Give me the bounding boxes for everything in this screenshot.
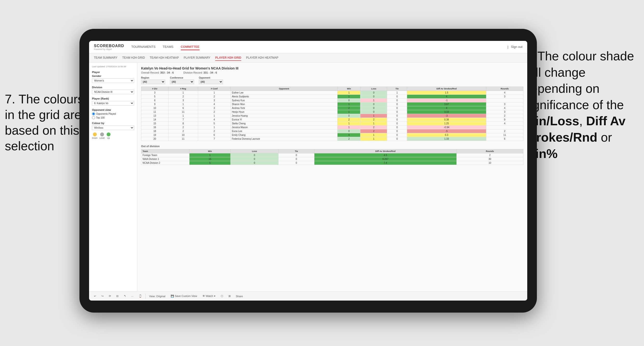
table-cell: 0 (360, 110, 387, 114)
filter-conference-select[interactable]: (All) (170, 80, 194, 84)
filter-conference-label: Conference (170, 76, 194, 79)
subnav-player-h2h-heatmap[interactable]: PLAYER H2H HEATMAP (246, 55, 278, 61)
table-cell: 0 (338, 129, 360, 133)
table-cell: 0 (387, 118, 407, 122)
nav-committee[interactable]: COMMITTEE (181, 44, 200, 50)
filter-row: Region (All) Conference (All) Opponent (141, 76, 524, 84)
table-cell: Andrea York (230, 106, 338, 110)
table-cell: 1 (338, 95, 360, 99)
opponent-view-section: Opponent view Opponents Played Top 100 (92, 108, 134, 119)
subnav-team-h2h-heatmap[interactable]: TEAM H2H HEATMAP (150, 55, 179, 61)
player-rank-select[interactable]: 8. Katelyn Vo (92, 101, 134, 106)
filter-group-region: Region (All) (141, 76, 165, 84)
out-of-division-table: Team Win Loss Tie Diff Av Strokes/Rnd Ro… (141, 149, 524, 165)
nav-teams[interactable]: TEAMS (163, 44, 174, 50)
sign-out-link[interactable]: Sign out (511, 44, 522, 50)
grid-title: Katelyn Vo Head-to-Head Grid for Women's… (141, 66, 524, 70)
annotation-right: 8. The colour shade will change dependin… (524, 48, 639, 162)
table-cell: Alexis Sudjianto (230, 95, 338, 99)
colour-by-select[interactable]: Win/loss (92, 126, 134, 130)
table-cell: 7 (198, 137, 230, 141)
subnav-team-h2h-grid[interactable]: TEAM H2H GRID (122, 55, 145, 61)
ood-table-cell: 0 (230, 157, 278, 161)
table-cell: 1 (360, 137, 387, 141)
division-label: Division (92, 86, 134, 89)
undo-button[interactable]: ↩ (92, 294, 98, 298)
table-row: 19106Emily Chang4100.311 (141, 133, 524, 137)
table-cell: 0 (338, 114, 360, 118)
filter-opponent-select[interactable]: (All) (199, 80, 223, 84)
table-cell: 0 (387, 114, 407, 118)
share-button[interactable]: Share (234, 294, 245, 298)
ood-table-cell: 4.5 (314, 154, 456, 157)
ood-table-cell: 0 (278, 157, 314, 161)
table-row: 1585Stella Cheng1101.254 (141, 122, 524, 126)
ood-table-cell: 5 (190, 161, 231, 165)
table-cell: 2 (486, 114, 523, 118)
radio-top100[interactable]: Top 100 (92, 116, 134, 119)
opponent-view-label: Opponent view (92, 108, 134, 111)
table-cell: 4 (407, 106, 486, 110)
view-original-button[interactable]: View: Original (147, 294, 167, 298)
redo-button[interactable]: ↪ (100, 294, 106, 298)
legend-down: Down (92, 133, 98, 139)
table-cell: 0 (387, 95, 407, 99)
table-cell: 13 (141, 114, 168, 118)
player-section-title: Player (92, 71, 134, 74)
player-rank-label: Player (Rank) (92, 97, 134, 100)
table-cell: 2 (486, 129, 523, 133)
nav-right: ǀ Sign out (508, 44, 522, 50)
save-custom-view-button[interactable]: 💾 Save Custom View (169, 294, 199, 298)
hex-button[interactable]: ⬡ (219, 294, 225, 298)
table-cell: 9 (486, 118, 523, 122)
table-cell: 2 (338, 106, 360, 110)
table-cell: 2 (168, 129, 198, 133)
division-record: Division Record: 331 - 34 - 6 (184, 71, 217, 74)
table-cell: 4 (486, 106, 523, 110)
table-cell: 1 (338, 91, 360, 95)
col-conf: # Conf (198, 87, 230, 91)
colour-by-section: Colour by Win/loss (92, 122, 134, 130)
table-cell: 0 (338, 99, 360, 102)
watch-button[interactable]: 👁 Watch ▾ (200, 294, 218, 298)
table-cell: 1.33 (407, 137, 486, 141)
table-cell: 2 (198, 129, 230, 133)
table-cell: 3.33 (407, 110, 486, 114)
ood-col-team: Team (141, 149, 190, 154)
table-cell: 6 (198, 133, 230, 137)
gender-section: Gender Women's (92, 75, 134, 83)
grid-button[interactable]: ⊞ (226, 294, 232, 298)
table-cell: Sharon Mun (230, 102, 338, 106)
last-updated: Last Updated: 27/03/2024 16:55:38 (92, 65, 134, 68)
col-tie: Tie (387, 87, 407, 91)
subnav-player-h2h-grid[interactable]: PLAYER H2H GRID (215, 55, 241, 61)
radio-opponents-played-input[interactable] (92, 112, 95, 115)
refresh-button[interactable]: ⟳ (107, 294, 113, 298)
table-cell: 1 (360, 122, 387, 126)
table-cell: -1 (407, 99, 486, 102)
ood-table-cell: 9.267 (314, 157, 456, 161)
table-cell: 0 (387, 129, 407, 133)
radio-opponents-played[interactable]: Opponents Played (92, 112, 134, 115)
table-row: 1822Euna Lee020-52 (141, 129, 524, 133)
ood-col-diff: Diff Av Strokes/Rnd (314, 149, 456, 154)
filter-region-select[interactable]: (All) (141, 80, 165, 84)
time-button[interactable]: ⌚ (137, 294, 144, 298)
remove-button[interactable]: ⊟ (114, 294, 120, 298)
division-select[interactable]: NCAA Division III (92, 90, 134, 94)
col-reg: # Reg (168, 87, 198, 91)
table-cell: 1 (360, 99, 387, 102)
radio-top100-input[interactable] (92, 116, 95, 119)
gender-select[interactable]: Women's (92, 78, 134, 83)
subnav-player-summary[interactable]: PLAYER SUMMARY (184, 55, 210, 61)
subnav-team-summary[interactable]: TEAM SUMMARY (94, 55, 118, 61)
nav-tournaments[interactable]: TOURNAMENTS (132, 44, 156, 50)
table-cell: 0 (387, 102, 407, 106)
table-cell: 11 (486, 133, 523, 137)
table-cell: 1 (198, 91, 230, 95)
back-button[interactable]: ↰ (122, 294, 128, 298)
table-cell: 11 (141, 110, 168, 114)
table-cell: 11 (168, 137, 198, 141)
table-cell: 3 (198, 99, 230, 102)
more-button[interactable]: ··· (129, 294, 135, 298)
